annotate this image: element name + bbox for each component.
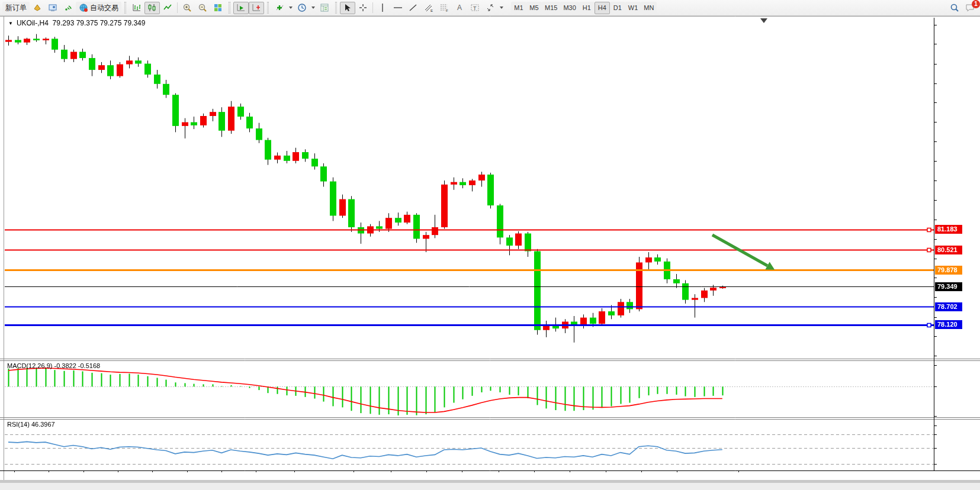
- timeframe-toolbar: M1M5M15M30H1H4D1W1MN: [511, 2, 657, 14]
- chart-canvas[interactable]: [0, 0, 980, 490]
- hline-icon[interactable]: [390, 2, 406, 14]
- fibonacci-icon[interactable]: F: [436, 2, 452, 14]
- price-tag-79.349: 79.349: [935, 282, 962, 291]
- indicator-dropdown-caret[interactable]: [287, 2, 294, 14]
- chart-shift-icon[interactable]: [249, 2, 264, 14]
- period-dropdown-caret[interactable]: [310, 2, 317, 14]
- chat-icon[interactable]: 1: [962, 2, 978, 14]
- auto-trading-button[interactable]: 自动交易: [76, 2, 121, 14]
- candlestick-icon[interactable]: [144, 2, 160, 14]
- label-icon[interactable]: T: [467, 2, 483, 14]
- svg-text:T: T: [473, 5, 477, 11]
- new-order-button[interactable]: 新订单: [2, 2, 30, 14]
- svg-text:F: F: [446, 9, 448, 12]
- svg-text:E: E: [430, 9, 433, 12]
- zoom-in-icon[interactable]: [179, 2, 195, 14]
- macd-indicator-label: MACD(12,26,9) -0.3822 -0.5168: [7, 362, 100, 369]
- one-click-trading-arrow[interactable]: ▼: [8, 21, 13, 26]
- timeframe-W1[interactable]: W1: [625, 2, 641, 14]
- main-toolbar: 新订单 自动交易: [0, 0, 980, 16]
- timeframe-M30[interactable]: M30: [560, 2, 579, 14]
- vline-icon[interactable]: [375, 2, 390, 14]
- cursor-icon[interactable]: [340, 2, 355, 14]
- arrows-dropdown-caret[interactable]: [498, 2, 505, 14]
- text-icon[interactable]: A: [452, 2, 467, 14]
- timeframe-H4[interactable]: H4: [595, 2, 610, 14]
- ohlc-label: 79.293 79.375 79.275 79.349: [53, 19, 146, 27]
- timeframe-D1[interactable]: D1: [610, 2, 625, 14]
- svg-text:A: A: [457, 4, 462, 12]
- globe-icon: [79, 3, 88, 12]
- price-tag-78.702: 78.702: [935, 302, 962, 311]
- timeframe-MN[interactable]: MN: [641, 2, 657, 14]
- tile-windows-icon[interactable]: [210, 2, 226, 14]
- price-tag-79.878: 79.878: [935, 266, 962, 275]
- price-tag-78.120: 78.120: [935, 320, 962, 329]
- chat-badge: 1: [972, 0, 980, 8]
- auto-scroll-icon[interactable]: [233, 2, 249, 14]
- terminal-icon[interactable]: [45, 2, 60, 14]
- line-chart-icon[interactable]: [160, 2, 175, 14]
- timeframe-M5[interactable]: M5: [526, 2, 542, 14]
- rsi-indicator-label: RSI(14) 46.3967: [7, 421, 55, 428]
- timeframe-H1[interactable]: H1: [579, 2, 595, 14]
- zoom-out-icon[interactable]: [195, 2, 210, 14]
- bar-chart-icon[interactable]: [129, 2, 144, 14]
- mql-gold-icon[interactable]: [30, 2, 45, 14]
- timeframe-M15[interactable]: M15: [542, 2, 560, 14]
- search-icon[interactable]: [947, 2, 962, 14]
- signals-icon[interactable]: [60, 2, 76, 14]
- add-indicator-icon[interactable]: [272, 2, 287, 14]
- channel-icon[interactable]: E: [421, 2, 436, 14]
- template-icon[interactable]: [317, 2, 332, 14]
- price-tag-80.521: 80.521: [935, 246, 962, 254]
- price-tag-81.183: 81.183: [935, 225, 962, 234]
- clock-icon[interactable]: [294, 2, 310, 14]
- symbol-period-label: UKOil-,H4: [17, 19, 49, 27]
- timeframe-M1[interactable]: M1: [511, 2, 526, 14]
- arrows-icon[interactable]: [483, 2, 498, 14]
- chart-pane-title: ▼UKOil-,H4 79.293 79.375 79.275 79.349: [8, 19, 145, 27]
- crosshair-icon[interactable]: [355, 2, 371, 14]
- trendline-icon[interactable]: [406, 2, 421, 14]
